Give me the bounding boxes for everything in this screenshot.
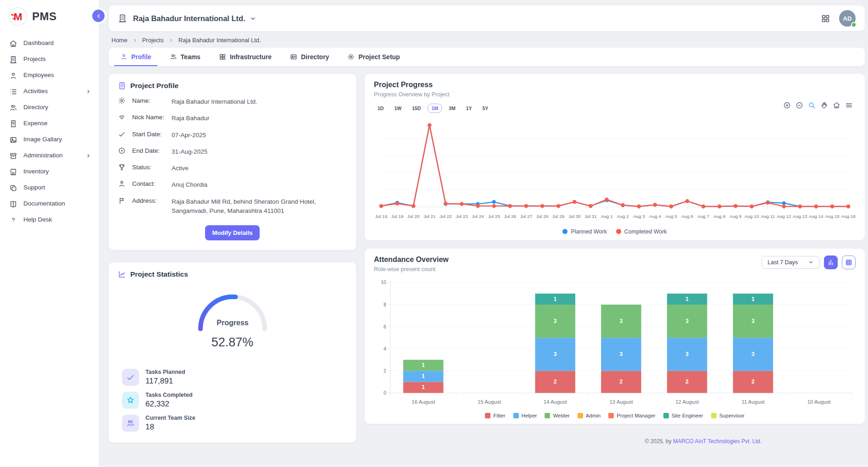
table-view-button[interactable]: [842, 256, 856, 269]
sidebar: M PMS DashboardProjectsEmployeesActiviti…: [0, 0, 99, 467]
tab-directory[interactable]: Directory: [284, 48, 335, 66]
field-value: 31-Aug-2025: [172, 147, 207, 156]
menu-icon[interactable]: [845, 101, 853, 109]
attendance-bar-chart[interactable]: 024681011116 August15 August233114 Augus…: [374, 276, 856, 413]
range-button-1w[interactable]: 1W: [390, 104, 405, 113]
legend-item-supervisor[interactable]: Supervisor: [711, 413, 745, 418]
pan-icon[interactable]: [820, 101, 828, 109]
progress-panel-title: Project Progress: [374, 81, 856, 89]
people-icon: [170, 53, 177, 61]
legend-marker: [545, 413, 550, 418]
svg-text:12 August: 12 August: [675, 399, 699, 405]
svg-text:3: 3: [751, 351, 755, 357]
person-icon: [9, 72, 17, 80]
building-icon: [118, 82, 126, 90]
sidebar-item-expense[interactable]: Expense: [0, 116, 99, 132]
legend-item-admin[interactable]: Admin: [578, 413, 601, 418]
breadcrumb-item[interactable]: Home: [111, 37, 128, 44]
sidebar-item-label: Expense: [23, 120, 48, 127]
sidebar-nav: DashboardProjectsEmployeesActivitiesDire…: [0, 33, 99, 228]
range-button-1d[interactable]: 1D: [374, 104, 387, 113]
field-value: Anuj Chordia: [172, 180, 207, 189]
range-button-5y[interactable]: 5Y: [479, 104, 492, 113]
svg-text:Jul 27: Jul 27: [520, 214, 533, 219]
range-button-3m[interactable]: 3M: [445, 104, 459, 113]
sidebar-item-image-gallary[interactable]: Image Gallary: [0, 132, 99, 148]
legend-item-planned-work[interactable]: Planned Work: [562, 228, 606, 235]
chevron-down-icon[interactable]: [250, 15, 256, 22]
date-range-select[interactable]: Last 7 Days: [762, 256, 820, 269]
svg-text:Jul 29: Jul 29: [552, 214, 565, 219]
zoom-out-icon[interactable]: [796, 101, 803, 109]
field-label: Contact:: [132, 180, 167, 187]
legend-item-completed-work[interactable]: Completed Work: [616, 228, 667, 235]
apps-grid-icon[interactable]: [821, 14, 830, 23]
copy-icon: [9, 184, 17, 192]
sidebar-item-label: Administration: [23, 152, 63, 159]
legend-item-fitter[interactable]: Fitter: [485, 413, 505, 418]
tab-infrastructure[interactable]: Infrastructure: [213, 48, 278, 66]
sidebar-item-help-desk[interactable]: Help Desk: [0, 212, 99, 228]
brand: M PMS: [0, 0, 99, 33]
sidebar-item-directory[interactable]: Directory: [0, 100, 99, 116]
legend-item-welder[interactable]: Welder: [545, 413, 569, 418]
sidebar-item-employees[interactable]: Employees: [0, 67, 99, 83]
progress-gauge: Progress 52.87%: [118, 285, 347, 350]
legend-item-project-manager[interactable]: Project Manager: [608, 413, 655, 418]
legend-item-site-engineer[interactable]: Site Engineer: [663, 413, 703, 418]
field-label: Status:: [132, 163, 167, 171]
svg-text:3: 3: [620, 318, 623, 324]
sidebar-item-administration[interactable]: Administration: [0, 148, 99, 164]
footer-company-link[interactable]: MARCO AIoT Technologies Pvt. Ltd.: [673, 438, 762, 445]
sidebar-item-inventory[interactable]: Inventory: [0, 164, 99, 180]
field-label: Name:: [132, 97, 167, 104]
svg-text:Aug 15: Aug 15: [825, 214, 840, 219]
tab-project-setup[interactable]: Project Setup: [341, 48, 406, 66]
stat-item-tasks-completed: Tasks Completed62,332: [118, 392, 347, 409]
stats-card-header: Project Statistics: [118, 270, 347, 278]
company-selector[interactable]: Raja Bahadur International Ltd.: [118, 14, 256, 23]
home-icon[interactable]: [833, 101, 840, 109]
tab-teams[interactable]: Teams: [164, 48, 206, 66]
project-progress-panel: Project Progress Progress Overview by Pr…: [365, 74, 865, 240]
sidebar-item-activities[interactable]: Activities: [0, 83, 99, 100]
selection-zoom-icon[interactable]: [808, 101, 816, 109]
modify-details-button[interactable]: Modify Details: [205, 225, 259, 240]
check-icon: [122, 369, 139, 386]
svg-text:Aug 3: Aug 3: [633, 214, 645, 219]
sidebar-item-documentation[interactable]: Documentation: [0, 196, 99, 212]
svg-text:Jul 20: Jul 20: [407, 214, 420, 219]
chart-view-button[interactable]: [824, 256, 838, 269]
user-avatar[interactable]: AD: [839, 10, 856, 27]
stat-value: 62,332: [145, 400, 193, 409]
svg-text:Aug 7: Aug 7: [697, 214, 709, 219]
progress-line-chart[interactable]: Jul 18Jul 19Jul 20Jul 21Jul 22Jul 23Jul …: [374, 114, 856, 228]
profile-field: Contact:Anuj Chordia: [118, 180, 347, 189]
star-icon: [122, 392, 139, 409]
legend-marker: [578, 413, 583, 418]
header-actions: AD: [821, 10, 856, 27]
check-icon: [118, 130, 126, 138]
breadcrumb-item[interactable]: Projects: [142, 37, 164, 44]
attendance-title: Attendance Overview: [374, 256, 449, 264]
range-button-1y[interactable]: 1Y: [462, 104, 476, 113]
online-status-dot: [851, 22, 857, 28]
tab-profile[interactable]: Profile: [114, 48, 157, 66]
people-icon: [122, 415, 139, 432]
legend-label: Planned Work: [571, 228, 606, 235]
home-icon: [9, 39, 17, 48]
svg-text:Progress: Progress: [217, 319, 248, 327]
sidebar-collapse-button[interactable]: [92, 10, 105, 22]
range-button-1m[interactable]: 1M: [428, 104, 442, 113]
legend-marker: [711, 413, 717, 418]
sidebar-item-dashboard[interactable]: Dashboard: [0, 35, 99, 51]
sidebar-item-support[interactable]: Support: [0, 180, 99, 196]
zoom-in-icon[interactable]: [783, 101, 791, 109]
legend-label: Project Manager: [617, 413, 655, 418]
range-button-15d[interactable]: 15D: [408, 104, 424, 113]
archive-icon: [9, 152, 17, 160]
svg-text:14 August: 14 August: [544, 399, 568, 405]
sidebar-item-projects[interactable]: Projects: [0, 51, 99, 67]
gear-icon: [347, 53, 355, 61]
legend-item-helper[interactable]: Helper: [513, 413, 537, 418]
